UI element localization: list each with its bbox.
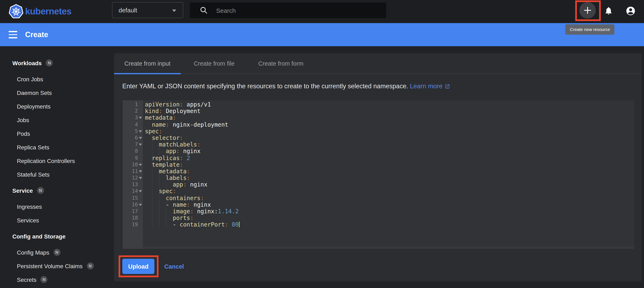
code-text: labels: bbox=[143, 175, 190, 181]
editor-line: 8 app: nginx bbox=[123, 148, 634, 155]
code-text: app: nginx bbox=[143, 148, 200, 155]
editor-line: 10 template: bbox=[123, 161, 634, 168]
sidebar-item-daemon-sets[interactable]: Daemon Sets bbox=[0, 86, 114, 99]
code-text: spec: bbox=[143, 128, 162, 134]
dropdown-arrow-icon bbox=[172, 10, 176, 12]
create-new-resource-button[interactable] bbox=[579, 2, 596, 19]
sidebar-item-stateful-sets[interactable]: Stateful Sets bbox=[0, 168, 114, 181]
line-number: 5 bbox=[123, 128, 143, 134]
namespaced-badge: N bbox=[37, 187, 44, 194]
kubernetes-logo-icon[interactable] bbox=[9, 3, 24, 20]
create-tabs: Create from inputCreate from fileCreate … bbox=[114, 53, 642, 74]
sidebar-item-config-maps[interactable]: Config MapsN bbox=[0, 245, 114, 259]
code-text: image: nginx:1.14.2 bbox=[143, 208, 238, 215]
sidebar-item-cron-jobs[interactable]: Cron Jobs bbox=[0, 72, 114, 86]
sidebar-item-label: Persistent Volume Claims bbox=[17, 263, 82, 269]
plus-icon bbox=[583, 5, 592, 15]
sidebar-item-pods[interactable]: Pods bbox=[0, 127, 114, 140]
search-input[interactable] bbox=[216, 7, 364, 14]
sidebar-item-deployments[interactable]: Deployments bbox=[0, 99, 114, 113]
sidebar-item-replica-sets[interactable]: Replica Sets bbox=[0, 140, 114, 154]
page-title: Create bbox=[25, 23, 48, 46]
kubernetes-dashboard: kubernetes default bbox=[0, 0, 644, 288]
fold-arrow-icon[interactable] bbox=[139, 143, 142, 146]
sidebar-item-label: Daemon Sets bbox=[17, 89, 52, 96]
search-icon bbox=[200, 6, 208, 15]
sidebar-item-label: Pods bbox=[17, 130, 30, 137]
code-text: apiVersion: apps/v1 bbox=[143, 101, 211, 108]
fold-arrow-icon[interactable] bbox=[139, 204, 142, 206]
sidebar-nav: WorkloadsNCron JobsDaemon SetsDeployment… bbox=[0, 46, 114, 288]
learn-more-link[interactable]: Learn more bbox=[410, 83, 443, 90]
code-text: template: bbox=[143, 161, 183, 168]
code-text: containers: bbox=[143, 195, 204, 201]
line-number: 1 bbox=[123, 101, 143, 108]
upload-button[interactable]: Upload bbox=[122, 259, 154, 274]
code-text: matchLabels: bbox=[143, 141, 200, 148]
fold-arrow-icon[interactable] bbox=[139, 190, 142, 193]
editor-horizontal-scrollbar[interactable] bbox=[143, 247, 634, 249]
sidebar-item-ingresses[interactable]: Ingresses bbox=[0, 200, 114, 213]
fold-arrow-icon[interactable] bbox=[139, 130, 142, 132]
namespaced-badge: N bbox=[46, 59, 53, 66]
code-text: metadata: bbox=[143, 114, 176, 121]
line-number: 4 bbox=[123, 121, 143, 128]
bell-icon bbox=[604, 6, 613, 15]
editor-line: 14 spec: bbox=[123, 188, 634, 195]
sidebar-item-replication-controllers[interactable]: Replication Controllers bbox=[0, 154, 114, 168]
editor-code: 1apiVersion: apps/v12kind: Deployment3me… bbox=[123, 101, 634, 228]
yaml-editor[interactable]: 1apiVersion: apps/v12kind: Deployment3me… bbox=[123, 100, 634, 249]
editor-line: 17 image: nginx:1.14.2 bbox=[123, 208, 634, 215]
sidebar-item-label: Services bbox=[17, 217, 39, 223]
cancel-button[interactable]: Cancel bbox=[164, 259, 184, 274]
create-content-card: Create from inputCreate from fileCreate … bbox=[114, 53, 642, 281]
external-link-icon bbox=[444, 84, 450, 89]
sidebar-item-label: Ingresses bbox=[17, 203, 42, 210]
code-text: selector: bbox=[143, 134, 183, 141]
line-number: 16 bbox=[123, 201, 143, 208]
text-cursor bbox=[238, 222, 240, 228]
fold-arrow-icon[interactable] bbox=[139, 137, 142, 139]
fold-arrow-icon[interactable] bbox=[139, 177, 142, 179]
line-number: 18 bbox=[123, 215, 143, 221]
editor-instructions: Enter YAML or JSON content specifying th… bbox=[122, 82, 632, 90]
fold-arrow-icon[interactable] bbox=[139, 170, 142, 173]
line-number: 10 bbox=[123, 161, 143, 168]
sidebar-section-workloads: WorkloadsN bbox=[0, 56, 114, 70]
line-number: 6 bbox=[123, 134, 143, 141]
tooltip-create-new-resource: Create new resource bbox=[565, 24, 614, 35]
line-number: 7 bbox=[123, 141, 143, 148]
namespaced-badge: N bbox=[53, 249, 60, 256]
code-text: kind: Deployment bbox=[143, 108, 200, 114]
app-bar: Create bbox=[0, 23, 644, 46]
sidebar-item-services[interactable]: Services bbox=[0, 213, 114, 227]
line-number: 2 bbox=[123, 108, 143, 114]
namespace-select[interactable]: default bbox=[112, 2, 183, 18]
code-text: - name: nginx bbox=[143, 201, 211, 208]
account-button[interactable] bbox=[625, 5, 636, 16]
notifications-button[interactable] bbox=[603, 5, 614, 16]
sidebar-section-label: Service bbox=[12, 187, 33, 194]
editor-line: 5spec: bbox=[123, 128, 634, 134]
tab-create-from-form[interactable]: Create from form bbox=[248, 53, 314, 74]
editor-line: 1apiVersion: apps/v1 bbox=[123, 101, 634, 108]
line-number: 15 bbox=[123, 195, 143, 201]
fold-arrow-icon[interactable] bbox=[139, 117, 142, 119]
code-text: spec: bbox=[143, 188, 176, 195]
sidebar-item-label: Stateful Sets bbox=[17, 171, 50, 178]
sidebar-item-persistent-volume-claims[interactable]: Persistent Volume ClaimsN bbox=[0, 259, 114, 273]
tab-create-from-input[interactable]: Create from input bbox=[114, 53, 181, 74]
code-text: metadata: bbox=[143, 168, 190, 175]
sidebar-item-secrets[interactable]: SecretsN bbox=[0, 273, 114, 286]
editor-line: 11 metadata: bbox=[123, 168, 634, 175]
sidebar-item-jobs[interactable]: Jobs bbox=[0, 113, 114, 127]
top-bar: kubernetes default bbox=[0, 0, 644, 23]
line-number: 3 bbox=[123, 114, 143, 121]
tab-create-from-file[interactable]: Create from file bbox=[181, 53, 248, 74]
editor-line: 18 ports: bbox=[123, 215, 634, 221]
code-text: - containerPort: 80 bbox=[143, 221, 240, 228]
menu-icon[interactable] bbox=[9, 31, 17, 38]
code-text: replicas: 2 bbox=[143, 155, 190, 161]
fold-arrow-icon[interactable] bbox=[139, 164, 142, 166]
line-number: 14 bbox=[123, 188, 143, 195]
